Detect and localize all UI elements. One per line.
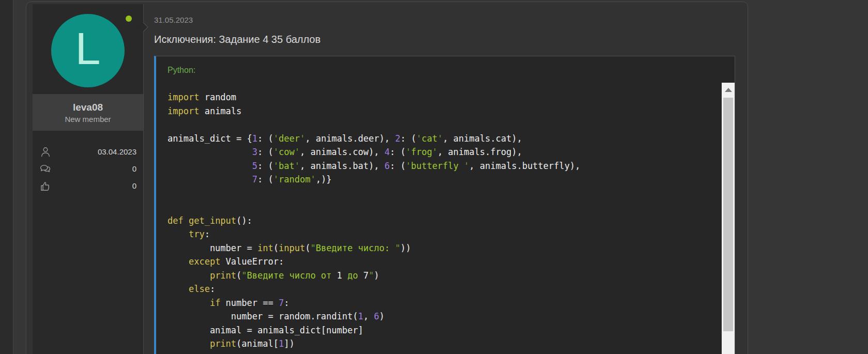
user-cell: L leva08 New member 03.04.2023 bbox=[33, 4, 144, 354]
scrollbar-up-button[interactable] bbox=[722, 83, 735, 97]
joined-date-value: 03.04.2023 bbox=[98, 147, 136, 156]
chat-icon bbox=[39, 163, 52, 175]
page-left-margin bbox=[0, 0, 13, 354]
post-date[interactable]: 31.05.2023 bbox=[154, 16, 193, 25]
message-main: 31.05.2023 Исключения: Задание 4 35 балл… bbox=[144, 2, 748, 354]
online-indicator-dot bbox=[126, 16, 132, 22]
code-scroll-area: import randomimport animals animals_dict… bbox=[156, 82, 735, 354]
post-card: L leva08 New member 03.04.2023 bbox=[26, 2, 748, 354]
avatar-letter: L bbox=[75, 26, 101, 71]
stat-row-joined: 03.04.2023 bbox=[33, 143, 143, 160]
avatar[interactable]: L bbox=[51, 14, 125, 87]
code-block: Python: import randomimport animals anim… bbox=[154, 56, 735, 354]
code-language-label: Python: bbox=[156, 56, 735, 82]
likes-count-value: 0 bbox=[132, 181, 136, 190]
scroll-up-arrow-icon bbox=[725, 88, 732, 92]
thumbs-up-icon bbox=[39, 180, 52, 192]
page: L leva08 New member 03.04.2023 bbox=[0, 0, 868, 354]
code-scrollbar[interactable] bbox=[722, 83, 735, 354]
stat-row-likes: 0 bbox=[33, 177, 143, 194]
username-link[interactable]: leva08 bbox=[73, 102, 103, 113]
user-stats: 03.04.2023 0 0 bbox=[33, 143, 143, 194]
messages-count-value: 0 bbox=[132, 164, 136, 173]
user-icon bbox=[39, 146, 52, 158]
stat-row-messages: 0 bbox=[33, 160, 143, 177]
user-role: New member bbox=[65, 115, 111, 124]
user-title-band: leva08 New member bbox=[33, 94, 143, 131]
scrollbar-thumb[interactable] bbox=[723, 98, 733, 331]
post-title: Исключения: Задание 4 35 баллов bbox=[154, 32, 748, 47]
code-content: import randomimport animals animals_dict… bbox=[156, 82, 735, 354]
avatar-box: L bbox=[33, 4, 143, 94]
